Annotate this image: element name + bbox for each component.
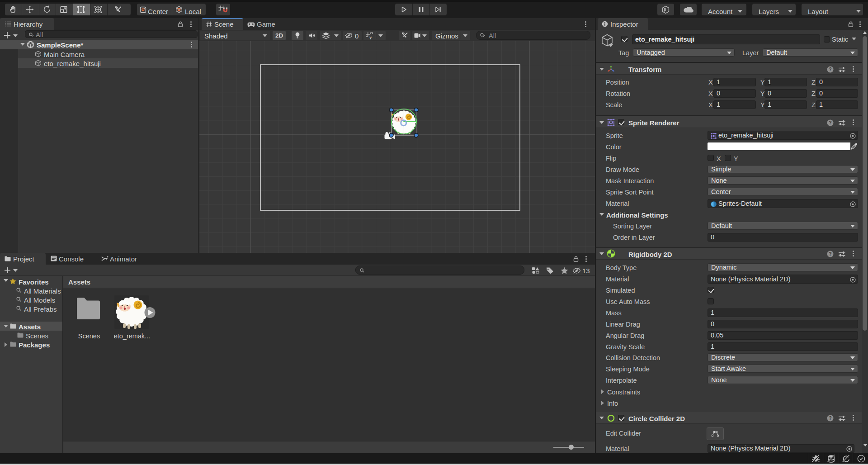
svg-text:?: ? (829, 251, 831, 256)
svg-text:Y: Y (369, 35, 373, 39)
svg-text:?: ? (829, 66, 831, 72)
svg-text:?: ? (829, 120, 831, 125)
svg-text:?: ? (829, 415, 831, 421)
